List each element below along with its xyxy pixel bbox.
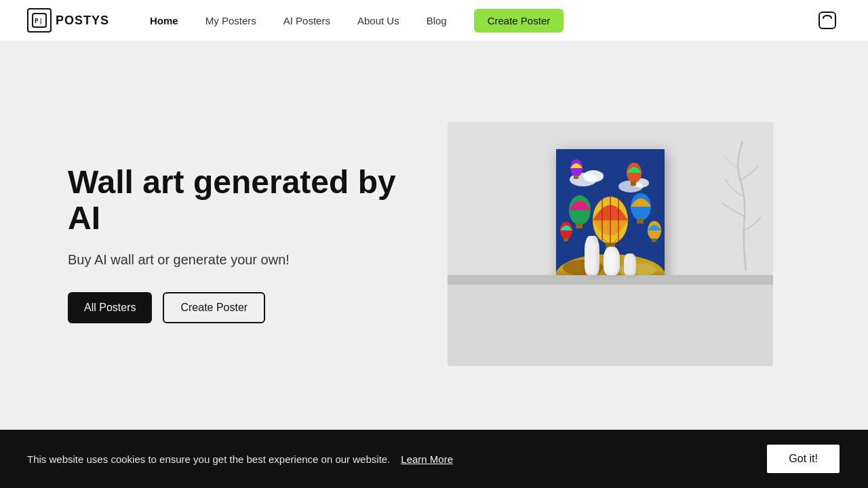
all-posters-button[interactable]: All Posters (68, 292, 152, 323)
create-poster-button[interactable]: Create Poster (163, 292, 265, 323)
logo-icon: P| (27, 8, 52, 33)
branch-decoration (712, 136, 766, 271)
hero-section: Wall art generated by AI Buy AI wall art… (0, 41, 868, 434)
cookie-learn-more-link[interactable]: Learn More (401, 453, 453, 465)
hero-image (448, 122, 773, 366)
hero-scene (448, 122, 773, 366)
hero-buttons: All Posters Create Poster (68, 292, 407, 323)
vase-tall (585, 236, 599, 275)
nav-create-poster-button[interactable]: Create Poster (474, 9, 564, 33)
cookie-got-it-button[interactable]: Got it! (766, 443, 841, 474)
cart-icon (818, 11, 837, 30)
svg-rect-24 (631, 182, 636, 186)
vase-short (604, 247, 620, 275)
vase-group (585, 236, 636, 275)
svg-point-5 (583, 170, 604, 182)
nav-links: Home My Posters AI Posters About Us Blog… (150, 9, 814, 33)
nav-my-posters[interactable]: My Posters (205, 15, 256, 26)
nav-ai-posters[interactable]: AI Posters (283, 15, 330, 26)
shelf-base (448, 285, 773, 366)
navbar: P| POSTYS Home My Posters AI Posters Abo… (0, 0, 868, 41)
svg-rect-28 (652, 239, 656, 242)
logo-link[interactable]: P| POSTYS (27, 8, 109, 33)
nav-blog[interactable]: Blog (427, 15, 447, 26)
nav-about-us[interactable]: About Us (357, 15, 399, 26)
svg-rect-22 (637, 219, 644, 224)
svg-rect-30 (564, 238, 568, 241)
shelf (448, 275, 773, 285)
hero-title: Wall art generated by AI (68, 165, 407, 237)
cookie-message: This website uses cookies to ensure you … (27, 453, 453, 465)
svg-text:P|: P| (35, 18, 43, 24)
hero-text-block: Wall art generated by AI Buy AI wall art… (68, 165, 407, 324)
nav-home[interactable]: Home (150, 15, 178, 26)
svg-rect-20 (576, 224, 583, 228)
cookie-banner: This website uses cookies to ensure you … (0, 430, 868, 488)
hero-subtitle: Buy AI wall art or generate your own! (68, 252, 407, 268)
cart-button[interactable] (814, 7, 841, 34)
cookie-text: This website uses cookies to ensure you … (27, 453, 390, 465)
logo-text: POSTYS (56, 14, 109, 28)
svg-rect-26 (574, 176, 578, 179)
svg-rect-2 (819, 12, 835, 28)
vase-tiny (624, 253, 636, 275)
